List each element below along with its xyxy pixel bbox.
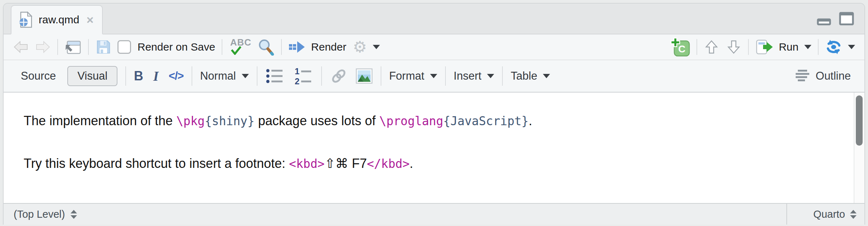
source-mode-button[interactable]: Source <box>17 67 59 85</box>
text-segment: . <box>529 113 532 128</box>
run-button-label: Run <box>779 41 799 53</box>
render-settings-dropdown[interactable]: ⚙ <box>353 39 380 55</box>
paragraph-style-value: Normal <box>200 70 236 83</box>
forward-icon[interactable] <box>35 40 51 54</box>
source-editor-pane: raw.qmd × <box>3 3 865 225</box>
render-button[interactable]: Render <box>288 40 346 54</box>
render-on-save-checkbox[interactable] <box>117 40 131 54</box>
back-icon[interactable] <box>13 40 29 54</box>
text-segment: \pkg <box>176 114 204 128</box>
down-arrow-icon[interactable] <box>726 39 742 55</box>
insert-menu-label: Insert <box>454 70 482 83</box>
tab-title: raw.qmd <box>39 14 79 26</box>
chevron-down-icon <box>373 45 380 49</box>
italic-icon[interactable]: I <box>151 68 161 84</box>
format-menu[interactable]: Format <box>389 70 437 83</box>
toolbar-separator <box>125 66 126 86</box>
popout-icon[interactable] <box>64 39 82 55</box>
insert-chunk-icon[interactable]: C <box>670 37 690 57</box>
toolbar-separator <box>57 39 58 55</box>
toolbar-separator <box>321 66 322 86</box>
toolbar-separator <box>88 39 89 55</box>
link-icon[interactable] <box>330 67 348 85</box>
image-icon[interactable] <box>356 68 373 84</box>
text-segment: . <box>410 156 413 171</box>
outline-icon <box>795 69 811 84</box>
numbered-list-digit: 2 <box>295 76 299 85</box>
close-icon[interactable]: × <box>86 14 93 26</box>
toolbar-separator <box>381 66 381 86</box>
toolbar-separator <box>445 66 446 86</box>
toolbar-separator <box>281 39 282 55</box>
updown-icon <box>850 210 857 219</box>
save-icon[interactable] <box>95 39 111 55</box>
text-segment: {JavaScript} <box>443 114 529 128</box>
rerun-icon <box>825 39 842 55</box>
chevron-down-icon <box>543 74 550 78</box>
run-button[interactable]: Run <box>755 39 811 55</box>
rerun-button[interactable] <box>825 39 855 55</box>
render-icon <box>288 40 305 54</box>
run-icon <box>755 39 773 55</box>
bold-icon[interactable]: B <box>134 69 143 84</box>
quarto-file-icon <box>19 11 33 28</box>
text-segment: {shiny} <box>205 114 255 128</box>
gear-icon: ⚙ <box>353 39 367 55</box>
updown-icon <box>71 210 77 219</box>
search-icon[interactable] <box>257 38 275 56</box>
chevron-down-icon <box>430 74 437 78</box>
toolbar-separator <box>748 39 749 55</box>
doc-type-selector[interactable]: Quarto <box>786 204 864 225</box>
render-button-label: Render <box>311 41 346 53</box>
bullet-list-icon[interactable] <box>265 67 285 85</box>
format-menu-label: Format <box>389 70 424 83</box>
outline-label: Outline <box>816 70 851 83</box>
chunk-letter: C <box>678 43 685 55</box>
editor-toolbar: Render on Save ABC <box>4 34 864 60</box>
up-arrow-icon[interactable] <box>704 39 719 55</box>
outline-toggle[interactable]: Outline <box>795 69 851 84</box>
spellcheck-icon[interactable]: ABC <box>229 37 251 57</box>
render-on-save-label: Render on Save <box>138 41 215 53</box>
text-segment: package uses lots of <box>255 113 379 128</box>
code-icon[interactable]: </> <box>169 70 184 83</box>
scope-label: (Top Level) <box>14 208 65 220</box>
toolbar-separator <box>192 66 192 86</box>
tab-bar: raw.qmd × <box>4 4 864 34</box>
toolbar-separator <box>257 66 257 86</box>
insert-menu[interactable]: Insert <box>454 70 495 83</box>
text-segment: <kbd> <box>289 157 324 171</box>
editor-content-area: The implementation of the \pkg{shiny} pa… <box>4 92 864 203</box>
toolbar-separator <box>502 66 503 86</box>
text-segment: The implementation of the <box>24 113 176 128</box>
minimize-icon[interactable] <box>816 13 831 26</box>
vertical-scrollbar[interactable] <box>854 93 864 203</box>
doc-type-label: Quarto <box>813 208 845 220</box>
text-segment: </kbd> <box>367 157 410 171</box>
tab-raw-qmd[interactable]: raw.qmd × <box>11 5 103 34</box>
chevron-down-icon <box>487 74 494 78</box>
chevron-down-icon <box>804 45 811 49</box>
maximize-icon[interactable] <box>839 11 854 26</box>
toolbar-separator <box>818 39 819 55</box>
table-menu-label: Table <box>511 70 537 83</box>
scrollbar-thumb[interactable] <box>856 95 863 146</box>
text-segment: ⇧⌘ F7 <box>324 156 367 171</box>
chevron-down-icon <box>848 45 855 49</box>
editor-canvas[interactable]: The implementation of the \pkg{shiny} pa… <box>4 93 864 171</box>
paragraph-style-dropdown[interactable]: Normal <box>200 70 249 83</box>
text-segment: Try this keyboard shortcut to insert a f… <box>24 156 289 171</box>
numbered-list-digit: 1 <box>295 67 299 76</box>
visual-editor-toolbar: Source Visual B I </> Normal 1 2 <box>4 60 864 92</box>
chevron-down-icon <box>242 74 249 78</box>
toolbar-separator <box>222 39 222 55</box>
paragraph: The implementation of the \pkg{shiny} pa… <box>24 113 814 128</box>
text-segment: \proglang <box>379 114 443 128</box>
paragraph: Try this keyboard shortcut to insert a f… <box>24 156 814 171</box>
editor-status-bar: (Top Level) Quarto <box>4 203 864 225</box>
numbered-list-icon[interactable]: 1 2 <box>293 67 313 85</box>
toolbar-separator <box>696 39 697 55</box>
table-menu[interactable]: Table <box>511 70 550 83</box>
scope-selector[interactable]: (Top Level) <box>4 204 786 225</box>
visual-mode-button[interactable]: Visual <box>67 66 117 86</box>
